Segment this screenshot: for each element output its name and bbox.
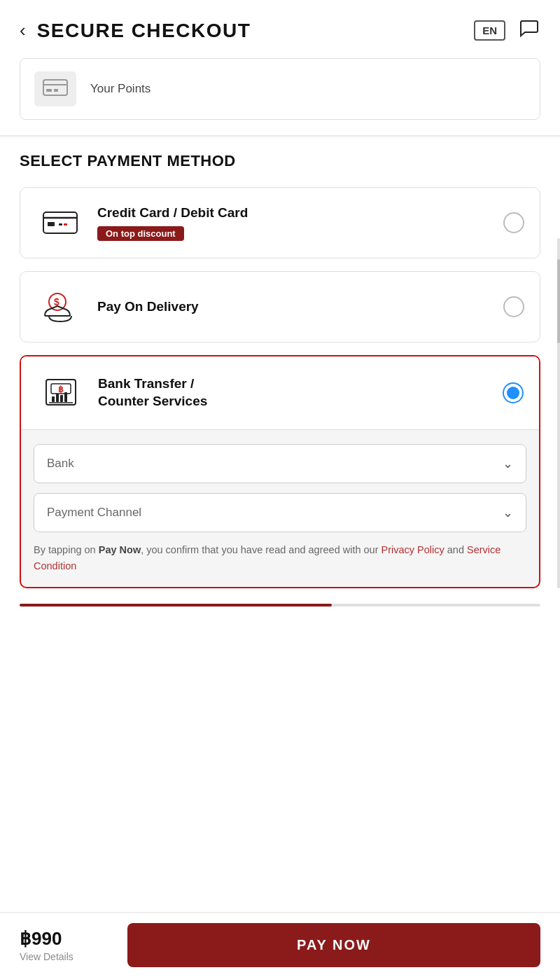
svg-rect-0	[43, 80, 67, 95]
pod-name: Pay On Delivery	[97, 298, 503, 316]
payment-option-pod[interactable]: $ Pay On Delivery	[20, 271, 540, 342]
payment-option-credit-card[interactable]: Credit Card / Debit Card On top discount	[20, 187, 540, 258]
channel-dropdown-label: Payment Channel	[47, 506, 141, 520]
bank-transfer-card[interactable]: ฿ Bank Transfer /Counter Services	[21, 356, 539, 430]
payment-section-title: SELECT PAYMENT METHOD	[0, 152, 560, 170]
bank-dropdown[interactable]: Bank ⌄	[34, 444, 526, 483]
bank-dropdown-label: Bank	[47, 457, 74, 471]
back-button[interactable]: ‹	[20, 20, 26, 41]
legal-pay-now-bold: Pay Now	[99, 544, 141, 555]
svg-rect-16	[56, 394, 59, 402]
header: ‹ SECURE CHECKOUT EN	[0, 0, 560, 58]
svg-rect-7	[59, 223, 62, 226]
section-divider	[0, 135, 560, 137]
pod-radio[interactable]	[503, 296, 524, 317]
legal-prefix: By tapping on	[34, 544, 99, 555]
chat-icon[interactable]	[518, 17, 540, 44]
progress-fill	[20, 604, 332, 607]
svg-rect-3	[54, 89, 58, 92]
price-amount: ฿990	[20, 928, 111, 950]
bank-transfer-radio[interactable]	[503, 382, 524, 403]
bank-transfer-section: ฿ Bank Transfer /Counter Services Bank ⌄…	[20, 355, 540, 588]
language-button[interactable]: EN	[474, 20, 505, 41]
credit-card-info: Credit Card / Debit Card On top discount	[97, 205, 503, 241]
bank-dropdown-chevron: ⌄	[503, 456, 513, 471]
points-row[interactable]: Your Points	[20, 58, 540, 120]
bottom-bar: ฿990 View Details PAY NOW	[0, 912, 560, 977]
svg-rect-8	[64, 223, 67, 226]
legal-connector: and	[444, 544, 467, 555]
channel-dropdown-chevron: ⌄	[503, 505, 513, 520]
scrollbar-thumb[interactable]	[557, 259, 560, 343]
svg-rect-17	[60, 395, 63, 402]
svg-rect-2	[46, 89, 52, 92]
view-details-link[interactable]: View Details	[20, 951, 111, 962]
credit-card-icon	[36, 202, 85, 244]
radio-selected-dot	[507, 387, 519, 399]
bank-transfer-icon: ฿	[36, 372, 85, 414]
credit-card-name: Credit Card / Debit Card	[97, 205, 503, 222]
bank-transfer-body: Bank ⌄ Payment Channel ⌄ By tapping on P…	[21, 430, 539, 587]
privacy-policy-link[interactable]: Privacy Policy	[382, 544, 444, 555]
scrollbar-track[interactable]	[557, 238, 560, 588]
points-icon	[34, 71, 76, 106]
pay-now-button[interactable]: PAY NOW	[127, 923, 540, 967]
credit-card-radio[interactable]	[503, 212, 524, 233]
svg-rect-6	[48, 222, 55, 226]
page-title: SECURE CHECKOUT	[37, 20, 474, 42]
bank-transfer-name: Bank Transfer /Counter Services	[98, 375, 503, 410]
points-label: Your Points	[90, 82, 150, 96]
pod-info: Pay On Delivery	[97, 298, 503, 316]
legal-middle: , you confirm that you have read and agr…	[141, 544, 381, 555]
pod-icon: $	[36, 286, 85, 328]
payment-channel-dropdown[interactable]: Payment Channel ⌄	[34, 493, 526, 532]
discount-badge: On top discount	[97, 226, 184, 241]
price-section: ฿990 View Details	[20, 928, 111, 962]
bottom-progress-bar	[20, 604, 540, 607]
svg-rect-15	[52, 396, 55, 402]
svg-rect-18	[64, 392, 67, 402]
bank-transfer-info: Bank Transfer /Counter Services	[98, 375, 503, 410]
svg-text:฿: ฿	[58, 384, 64, 394]
legal-text: By tapping on Pay Now, you confirm that …	[34, 542, 526, 574]
